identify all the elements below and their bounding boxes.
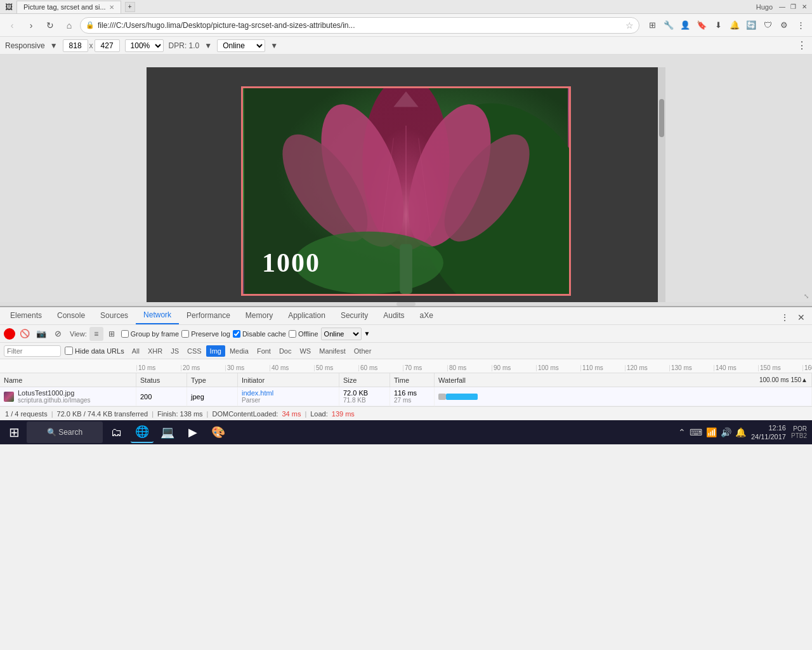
hide-urls-checkbox[interactable] <box>65 347 73 355</box>
notification-icon[interactable]: 🔔 <box>735 427 746 437</box>
tab-performance[interactable]: Performance <box>179 307 238 324</box>
preserve-log-checkbox[interactable] <box>181 330 189 338</box>
tab-console[interactable]: Console <box>49 307 93 324</box>
close-button[interactable]: ✕ <box>798 3 807 11</box>
toolbar-btn-5[interactable]: 🔔 <box>727 18 742 33</box>
taskbar-media[interactable]: ▶ <box>181 421 204 443</box>
throttle-select[interactable]: Online Fast 3G Slow 3G <box>321 328 362 340</box>
taskbar-vscode[interactable]: 💻 <box>156 421 179 443</box>
minimize-button[interactable]: — <box>775 3 784 11</box>
titlebar-tab[interactable]: Picture tag, srcset and si... ✕ <box>16 1 121 13</box>
width-input[interactable] <box>63 39 88 52</box>
col-header-type[interactable]: Type <box>187 373 238 387</box>
filter-font[interactable]: Font <box>253 345 275 357</box>
hide-urls-label[interactable]: Hide data URLs <box>65 347 124 355</box>
taskbar-search[interactable]: 🔍 Search <box>27 421 103 443</box>
col-header-waterfall[interactable]: Waterfall 100.00 ms 150▲ <box>435 373 812 387</box>
toolbar-btn-8[interactable]: ⚙ <box>776 18 792 33</box>
table-row[interactable]: LotusTest1000.jpg scriptura.github.io/Im… <box>0 387 812 406</box>
filter-ws[interactable]: WS <box>296 345 315 357</box>
topbar-more-button[interactable]: ⋮ <box>797 39 807 51</box>
extensions-button[interactable]: ⊞ <box>645 18 660 33</box>
domcontentloaded-link[interactable]: 34 ms <box>282 410 301 418</box>
col-header-status[interactable]: Status <box>136 373 187 387</box>
disable-cache-label[interactable]: Disable cache <box>233 330 286 338</box>
taskbar-file-explorer[interactable]: 🗂 <box>105 421 128 443</box>
initiator-link[interactable]: index.html <box>242 389 273 397</box>
tab-sources[interactable]: Sources <box>93 307 136 324</box>
online-dropdown-icon[interactable]: ▼ <box>270 41 278 50</box>
network-throttle-select[interactable]: Online Offline Fast 3G Slow 3G <box>217 39 265 52</box>
toolbar-btn-1[interactable]: 🔧 <box>661 18 676 33</box>
view-list-button[interactable]: ≡ <box>89 327 103 341</box>
bookmark-icon[interactable]: ☆ <box>625 20 634 30</box>
home-button[interactable]: ⌂ <box>61 17 77 34</box>
record-button[interactable] <box>4 328 15 340</box>
scrollbar[interactable] <box>658 67 665 302</box>
resize-handle[interactable]: ⤡ <box>802 292 811 301</box>
offline-checkbox[interactable] <box>289 330 296 338</box>
view-group-button[interactable]: ⊞ <box>105 327 119 341</box>
filter-all[interactable]: All <box>128 345 143 357</box>
filter-media[interactable]: Media <box>226 345 252 357</box>
col-header-name[interactable]: Name <box>0 373 136 387</box>
toolbar-btn-7[interactable]: 🛡 <box>760 18 775 33</box>
address-input[interactable] <box>98 21 622 30</box>
filter-css[interactable]: CSS <box>183 345 206 357</box>
screenshot-button[interactable]: 📷 <box>34 327 48 341</box>
col-header-time[interactable]: Time <box>390 373 435 387</box>
tab-audits[interactable]: Audits <box>376 307 412 324</box>
filter-doc[interactable]: Doc <box>275 345 296 357</box>
toolbar-btn-2[interactable]: 👤 <box>678 18 693 33</box>
filter-img[interactable]: Img <box>206 345 225 357</box>
refresh-button[interactable]: ↻ <box>42 17 58 34</box>
volume-icon[interactable]: 🔊 <box>721 427 731 437</box>
dpr-dropdown-icon[interactable]: ▼ <box>204 41 212 50</box>
devtools-more-button[interactable]: ⋮ <box>778 310 792 324</box>
clear-button[interactable]: 🚫 <box>18 327 32 341</box>
filter-xhr[interactable]: XHR <box>144 345 166 357</box>
filter-js[interactable]: JS <box>167 345 183 357</box>
devtools-close-button[interactable]: ✕ <box>794 310 808 324</box>
new-tab-button[interactable]: + <box>125 2 135 12</box>
col-header-size[interactable]: Size <box>339 373 390 387</box>
toolbar-btn-3[interactable]: 🔖 <box>694 18 709 33</box>
tab-elements[interactable]: Elements <box>3 307 49 324</box>
tab-security[interactable]: Security <box>333 307 376 324</box>
taskbar-clock[interactable]: 12:16 24/11/2017 <box>751 423 786 442</box>
toolbar-btn-4[interactable]: ⬇ <box>710 18 726 33</box>
filter-input[interactable] <box>7 347 51 355</box>
taskbar-photoshop[interactable]: 🎨 <box>207 421 230 443</box>
height-input[interactable] <box>95 39 120 52</box>
filter-button[interactable]: ⊘ <box>51 327 65 341</box>
start-button[interactable]: ⊞ <box>4 422 24 442</box>
tab-application[interactable]: Application <box>280 307 333 324</box>
tab-network[interactable]: Network <box>136 307 179 324</box>
zoom-select[interactable]: 100% 75% 50% <box>125 39 164 52</box>
load-link[interactable]: 139 ms <box>332 410 355 418</box>
disable-cache-checkbox[interactable] <box>233 330 240 338</box>
taskbar-browser[interactable]: 🌐 <box>131 421 154 443</box>
col-header-initiator[interactable]: Initiator <box>238 373 339 387</box>
address-bar[interactable]: 🔒 ☆ <box>80 17 639 34</box>
keyboard-icon[interactable]: ⌨ <box>690 427 702 437</box>
tab-axe[interactable]: aXe <box>412 307 441 324</box>
maximize-button[interactable]: ❐ <box>787 3 796 11</box>
scrollbar-thumb[interactable] <box>659 99 664 137</box>
filter-other[interactable]: Other <box>350 345 376 357</box>
tray-arrow-icon[interactable]: ⌃ <box>678 427 686 437</box>
filter-manifest[interactable]: Manifest <box>315 345 350 357</box>
throttle-dropdown-icon[interactable]: ▼ <box>364 330 370 337</box>
more-button[interactable]: ⋮ <box>793 18 808 33</box>
forward-button[interactable]: › <box>23 17 39 34</box>
tab-memory[interactable]: Memory <box>238 307 280 324</box>
preserve-log-label[interactable]: Preserve log <box>181 330 230 338</box>
offline-label[interactable]: Offline <box>289 330 318 338</box>
group-by-frame-checkbox[interactable] <box>121 330 129 338</box>
toolbar-btn-6[interactable]: 🔄 <box>743 18 759 33</box>
tab-close-icon[interactable]: ✕ <box>109 4 114 11</box>
responsive-dropdown-icon[interactable]: ▼ <box>50 41 58 50</box>
back-button[interactable]: ‹ <box>4 17 20 34</box>
network-icon[interactable]: 📶 <box>706 427 717 437</box>
group-by-frame-label[interactable]: Group by frame <box>121 330 179 338</box>
